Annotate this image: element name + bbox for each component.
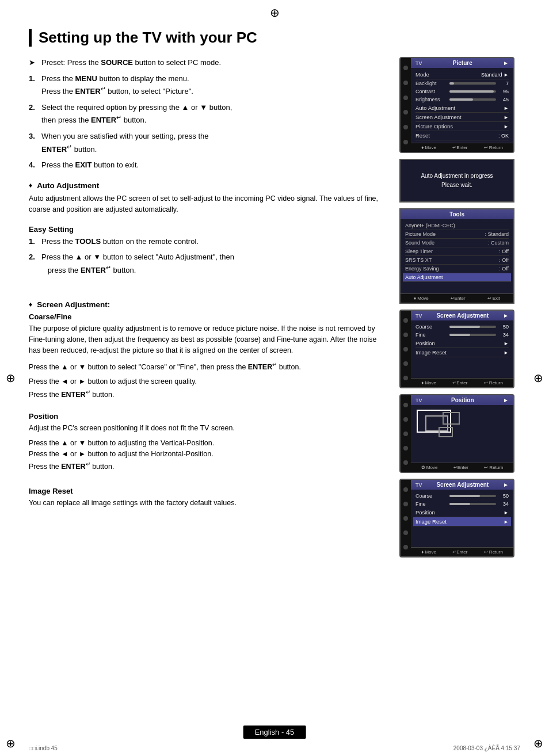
auto-adj-row-arrow: ► <box>504 105 509 111</box>
position-tv-header: TV Position ► <box>411 395 513 405</box>
position-header: Position <box>29 412 388 421</box>
backlight-val: 7 <box>498 81 509 86</box>
enter2-bold: ENTER <box>91 116 116 125</box>
sound-mode-label: Sound Mode <box>405 240 434 246</box>
step-4: 4. Press the EXIT button to exit. <box>29 159 388 171</box>
enter1-bold: ENTER <box>75 87 101 96</box>
tv-label-3: TV <box>415 398 422 403</box>
coarse-fine-header: Coarse/Fine <box>29 312 388 321</box>
pic-options-row: Picture Options ► <box>415 122 509 131</box>
tv-side-icons-2 <box>401 311 411 387</box>
tools-body: Anynet+ (HDMI-CEC) Picture Mode : Standa… <box>401 219 513 293</box>
footer-enter: ↵Enter <box>452 145 467 150</box>
sleep-timer-row: Sleep Timer : Off <box>405 247 509 256</box>
reset-row: Reset : OK <box>415 131 509 140</box>
screen-adj-body-1: Coarse 50 Fine 3 <box>411 320 513 378</box>
tv-label: TV <box>415 60 422 66</box>
pic-mode-row: Picture Mode : Standard <box>405 230 509 239</box>
tv-picture-inner: TV Picture ► Mode Standard ► Backlight <box>401 58 513 152</box>
coarse-row-2: Coarse 50 <box>415 492 509 500</box>
screen-adj-row: Screen Adjustment ► <box>415 113 509 122</box>
coarse-val-1: 50 <box>498 324 509 330</box>
step-4-text: Press the EXIT button to exit. <box>41 159 388 171</box>
pic-mode-val: : Standard <box>485 231 509 237</box>
tv-icon4-1 <box>403 487 408 492</box>
tv-side-icons-4 <box>401 480 411 556</box>
tv-icon-3 <box>403 96 408 100</box>
position-tv-footer: ✿ Move ↵Enter ↩ Return <box>411 463 513 472</box>
screen-adj-inner-1: TV Screen Adjustment ► Coarse 50 <box>401 311 513 387</box>
coarse-fill-1 <box>449 326 480 328</box>
tv-picture-panel: TV Picture ► Mode Standard ► Backlight <box>399 57 514 153</box>
tv-icon2-5 <box>403 376 408 380</box>
sleep-timer-label: Sleep Timer <box>405 249 433 254</box>
reg-mark-top: ⊕ <box>270 6 280 20</box>
tv-icon4-3 <box>403 516 408 521</box>
easy-step-1-text: Press the TOOLS button on the remote con… <box>41 236 388 247</box>
position-tv-body <box>411 405 513 463</box>
image-reset-body: You can replace all image settings with … <box>29 498 388 509</box>
sa-footer-enter-1: ↵Enter <box>452 380 467 385</box>
coarse-label-2: Coarse <box>415 493 447 499</box>
image-reset-row-2: Image Reset ► <box>413 517 511 526</box>
fine-row-2: Fine 34 <box>415 500 509 508</box>
auto-adj-line1: Auto Adjustment in progress <box>406 171 508 181</box>
tv-icon-1 <box>403 66 408 70</box>
position-body: Adjust the PC's screen positioning if it… <box>29 423 388 434</box>
tv-icon2-3 <box>403 347 408 352</box>
pic-options-label: Picture Options <box>415 123 504 129</box>
tv-icon3-1 <box>403 403 408 407</box>
right-column: TV Picture ► Mode Standard ► Backlight <box>399 57 520 558</box>
easy-step-2-num: 2. <box>29 251 38 276</box>
mode-label: Mode <box>415 71 481 78</box>
arrow-symbol: ➤ <box>29 57 37 68</box>
pos-footer-enter: ↵Enter <box>453 465 468 470</box>
srs-label: SRS TS XT <box>405 257 432 263</box>
sound-mode-val: : Custom <box>488 240 509 246</box>
step-2-text: Select the required option by pressing t… <box>41 102 388 126</box>
easy-setting-header: Easy Setting <box>29 225 388 234</box>
brightness-row: Brightness 45 <box>415 96 509 104</box>
main-layout: ➤ Preset: Press the SOURCE button to sel… <box>29 57 520 558</box>
mode-row: Mode Standard ► <box>415 70 509 79</box>
diamond-icon: ♦ <box>29 181 32 189</box>
auto-adj-msg: Auto Adjustment in progress Please wait. <box>406 171 508 190</box>
tv-icon3-4 <box>403 446 408 450</box>
sa-footer-move-1: ♦ Move <box>421 380 436 385</box>
position-steps: Press the ▲ or ▼ button to adjusting the… <box>29 438 388 473</box>
tv-picture-header: TV Picture ► <box>411 58 513 68</box>
sa-footer-return-1: ↩ Return <box>484 380 503 385</box>
tv-picture-content: TV Picture ► Mode Standard ► Backlight <box>411 58 513 152</box>
footer-right: 2008-03-03 ¿ÀÈÃ 4:15:37 <box>453 745 520 751</box>
image-reset-header: Image Reset <box>29 487 388 495</box>
screen-adj-panel-1: TV Screen Adjustment ► Coarse 50 <box>399 310 514 388</box>
tv-icon3-3 <box>403 432 408 436</box>
position-row-1: Position ► <box>415 339 509 348</box>
source-bold: SOURCE <box>101 58 133 67</box>
step-2: 2. Select the required option by pressin… <box>29 102 388 126</box>
screen-adj-header: ♦ Screen Adjustment: <box>29 300 388 309</box>
tv-icon-6 <box>403 140 408 144</box>
contrast-bar <box>449 90 496 93</box>
pos-rect-small-1 <box>443 412 460 425</box>
position-tv-content: TV Position ► ✿ Move <box>411 395 513 472</box>
screen-adj-arrow-1: ► <box>503 312 509 319</box>
energy-val: : Off <box>499 266 509 272</box>
tools-footer-exit: ↩ Exit <box>487 296 501 301</box>
tools-spacer <box>405 282 509 291</box>
reg-mark-left: ⊕ <box>6 371 16 385</box>
tv-icon3-5 <box>403 460 408 465</box>
coarse-row-1: Coarse 50 <box>415 323 509 331</box>
step-2-num: 2. <box>29 102 38 126</box>
fine-val-2: 34 <box>498 501 509 507</box>
auto-adj-line2: Please wait. <box>406 181 508 190</box>
tv-icon4-5 <box>403 545 408 549</box>
tools-footer-enter: ↵Enter <box>451 296 466 301</box>
easy-step-2-text: Press the ▲ or ▼ button to select "Auto … <box>41 251 388 276</box>
fine-bar-2 <box>449 503 496 505</box>
footer-bottom: □□i.indb 45 2008-03-03 ¿ÀÈÃ 4:15:37 <box>0 745 549 751</box>
reset-value: : OK <box>498 133 509 139</box>
screen-adj-body: The purpose of picture quality adjustmen… <box>29 323 388 357</box>
fine-label-1: Fine <box>415 332 447 338</box>
auto-adj-progress-panel: Auto Adjustment in progress Please wait. <box>399 159 514 203</box>
